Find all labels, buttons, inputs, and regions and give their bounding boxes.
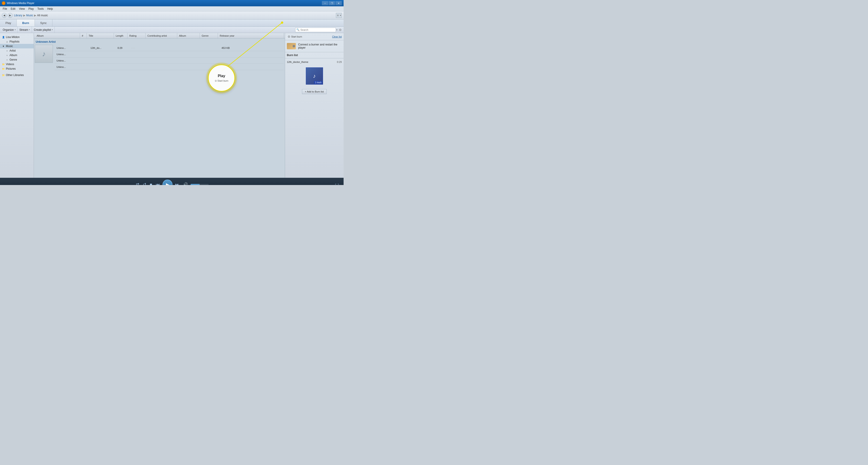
col-length[interactable]: Length	[114, 33, 127, 38]
popup-start-burn-button[interactable]: ⊙ Start burn	[215, 79, 228, 82]
playlists-icon: ♫	[5, 40, 8, 43]
cd-drive-icon	[287, 43, 296, 49]
user-icon: 👤	[2, 35, 5, 39]
create-playlist-button[interactable]: Create playlist ▾	[32, 27, 55, 33]
search-settings-icon[interactable]: ⚙	[338, 28, 343, 32]
table-row[interactable]: Unkno...	[55, 57, 284, 64]
col-title[interactable]: Title	[87, 33, 114, 38]
breadcrumb-music[interactable]: Music	[26, 14, 33, 17]
pictures-icon: 📁	[2, 67, 5, 70]
burn-track-duration: 0:29	[337, 61, 342, 63]
tab-sync[interactable]: Sync	[35, 20, 53, 26]
title-bar: Windows Media Player ─ ❐ ✕	[0, 0, 344, 6]
breadcrumb-library[interactable]: Library	[14, 14, 22, 17]
play-pause-button[interactable]: ▶	[162, 180, 173, 185]
sidebar-item-other-libraries[interactable]: 📁 Other Libraries	[0, 73, 34, 77]
connect-burner-area: Connect a burner and restart the player	[285, 40, 344, 52]
artist-icon: ○	[5, 49, 8, 52]
videos-icon: 📁	[2, 63, 5, 66]
minimize-button[interactable]: ─	[322, 1, 328, 5]
next-button[interactable]: ⏭	[174, 181, 180, 185]
other-libraries-icon: 📁	[2, 74, 5, 77]
right-panel-top: ⊙ Start burn Clear list	[285, 33, 344, 40]
volume-button[interactable]: 🔊	[182, 181, 189, 185]
burn-list-label: Burn list	[285, 52, 344, 58]
track-rating: ·····	[131, 47, 135, 49]
menu-view[interactable]: View	[17, 7, 27, 11]
next-icon: ⏭	[175, 182, 179, 185]
restore-button[interactable]: ❐	[329, 1, 335, 5]
sidebar-item-videos[interactable]: 📁 Videos	[0, 62, 34, 66]
prev-button[interactable]: ⏮	[155, 181, 161, 185]
volume-icon: 🔊	[183, 182, 188, 185]
prev-icon: ⏮	[156, 182, 160, 185]
stop-button[interactable]: ■	[149, 181, 153, 185]
toolbar: Organize ▾ Stream ▾ Create playlist ▾ 🔍 …	[0, 27, 344, 33]
repeat-icon: ↺	[143, 182, 146, 185]
sidebar-item-pictures[interactable]: 📁 Pictures	[0, 66, 34, 71]
organize-button[interactable]: Organize ▾	[1, 27, 18, 33]
table-row[interactable]: Unkno...	[55, 51, 284, 57]
sidebar-user: 👤 Lisa Mildon	[0, 35, 34, 39]
repeat-button[interactable]: ↺	[142, 181, 147, 185]
stop-icon: ■	[150, 182, 152, 185]
search-box[interactable]: 🔍	[295, 28, 336, 32]
sidebar: 👤 Lisa Mildon ♫ Playlists ▼ Music ○ Arti…	[0, 33, 34, 178]
tab-burn[interactable]: Burn	[17, 20, 35, 26]
col-artist[interactable]: Contributing artist	[146, 33, 177, 38]
music-expand-icon: ▼	[2, 45, 5, 48]
sidebar-item-playlists[interactable]: ♫ Playlists	[0, 39, 34, 44]
play-icon: ▶	[166, 182, 169, 185]
shuffle-button[interactable]: ⇄	[135, 181, 140, 185]
shuffle-icon: ⇄	[136, 182, 139, 185]
burn-track-row[interactable]: 12th_doctor_theme 0:29	[287, 60, 342, 64]
music-list: Unknown Artist ♪ Unkno... 12th_do... 0:2…	[34, 38, 285, 178]
sidebar-item-album[interactable]: ○ Album	[0, 53, 34, 57]
sidebar-item-music[interactable]: ▼ Music	[0, 44, 34, 49]
col-number[interactable]: #	[80, 33, 87, 38]
close-button[interactable]: ✕	[336, 1, 342, 5]
clear-list-button[interactable]: Clear list	[332, 35, 342, 38]
col-album[interactable]: Album	[35, 33, 80, 38]
forward-button[interactable]: ▶	[8, 13, 13, 18]
table-row[interactable]: Unkno... 12th_do... 0:29 ····· 453 KB	[55, 45, 284, 51]
start-burn-icon: ⊙	[288, 35, 290, 38]
view-dropdown-arrow[interactable]: ▾	[340, 14, 342, 17]
nav-bar: ◀ ▶ Library ▶ Music ▶ All music ≡ ▾	[0, 11, 344, 20]
playlist-arrow: ▾	[52, 29, 53, 31]
popup-play-label[interactable]: Play	[218, 74, 225, 78]
organize-arrow: ▾	[15, 29, 16, 31]
resize-button[interactable]: ⛶	[334, 182, 340, 185]
main-area: 👤 Lisa Mildon ♫ Playlists ▼ Music ○ Arti…	[0, 33, 344, 178]
col-rating[interactable]: Rating	[127, 33, 146, 38]
start-burn-button[interactable]: ⊙ Start burn	[287, 34, 303, 39]
bottom-bar: ⇄ ↺ ■ ⏮ ▶ ⏭ 🔊 ⛶	[0, 178, 344, 185]
menu-file[interactable]: File	[1, 7, 9, 11]
back-button[interactable]: ◀	[2, 13, 7, 18]
menu-help[interactable]: Help	[45, 7, 55, 11]
menu-tools[interactable]: Tools	[35, 7, 45, 11]
table-row[interactable]: Unkno...	[55, 64, 284, 70]
track-count-badge: 1 track	[314, 81, 322, 84]
play-popup: Play ⊙ Start burn	[208, 64, 235, 92]
col-genre[interactable]: Genre	[200, 33, 218, 38]
search-input[interactable]	[301, 29, 335, 31]
sidebar-item-artist[interactable]: ○ Artist	[0, 49, 34, 53]
connect-burner-text: Connect a burner and restart the player	[298, 43, 342, 49]
sidebar-item-genre[interactable]: ○ Genre	[0, 57, 34, 62]
add-to-burn-button[interactable]: + Add to Burn list	[302, 89, 327, 94]
volume-slider[interactable]	[191, 184, 209, 185]
search-dropdown[interactable]: ▾	[336, 29, 338, 31]
col-year[interactable]: Release year	[218, 33, 284, 38]
breadcrumb-allmusic: All music	[37, 14, 48, 17]
menu-edit[interactable]: Edit	[9, 7, 17, 11]
content-area: Album # Title Length Rating Contributing…	[34, 33, 285, 178]
menu-play[interactable]: Play	[27, 7, 35, 11]
burn-track-name: 12th_doctor_theme	[287, 61, 308, 63]
right-panel: ⊙ Start burn Clear list Connect a burner…	[285, 33, 344, 178]
burn-music-note-icon: ♪	[313, 73, 316, 79]
stream-button[interactable]: Stream ▾	[18, 27, 32, 33]
col-album2[interactable]: Album	[177, 33, 200, 38]
breadcrumb: Library ▶ Music ▶ All music	[13, 14, 49, 17]
tab-play[interactable]: Play	[0, 20, 17, 26]
